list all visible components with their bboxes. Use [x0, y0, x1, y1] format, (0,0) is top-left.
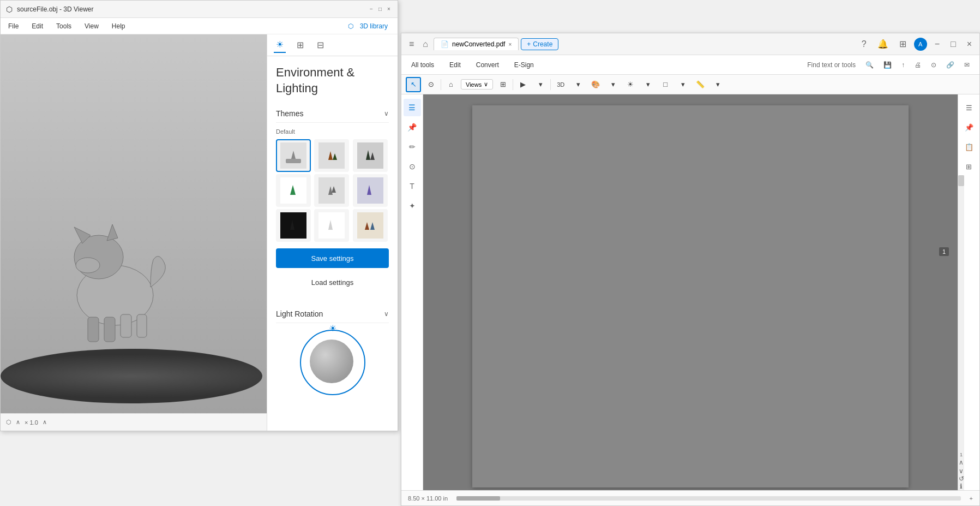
right-panel-icon-4[interactable]: ⊞ — [960, 158, 978, 175]
menu-tools[interactable]: Tools — [54, 21, 74, 31]
all-tools-menu[interactable]: All tools — [408, 59, 437, 70]
model-tree[interactable]: □ — [658, 77, 673, 92]
canvas-area[interactable]: ⬡ ∧ × 1.0 ∧ — [1, 34, 267, 431]
scroll-thumb[interactable] — [958, 175, 964, 186]
tab-table[interactable]: ⊟ — [315, 38, 326, 52]
theme-item-9[interactable] — [353, 209, 388, 242]
model-more[interactable]: ▾ — [675, 77, 690, 92]
tab-environment[interactable]: ☀ — [274, 37, 286, 53]
rotation-dial[interactable]: ☀ — [276, 330, 389, 395]
theme-item-3[interactable] — [353, 139, 388, 172]
theme-item-8[interactable] — [314, 209, 349, 242]
pdf-tab[interactable]: 📄 newConverted.pdf × — [434, 38, 519, 50]
right-panel-icon-3[interactable]: 📋 — [960, 138, 978, 156]
horizontal-scrollbar[interactable] — [456, 496, 960, 501]
side-panel-icon-1[interactable]: ☰ — [404, 99, 421, 116]
save-cloud-icon[interactable]: 💾 — [880, 59, 895, 70]
side-panel-icon-5[interactable]: T — [404, 177, 421, 195]
save-settings-button[interactable]: Save settings — [276, 248, 389, 268]
theme-item-6[interactable] — [353, 174, 388, 207]
light-tool[interactable]: ☀ — [623, 77, 638, 92]
svg-rect-8 — [137, 314, 147, 337]
refresh-icon[interactable]: ↺ — [958, 475, 964, 483]
light-rotation-header[interactable]: Light Rotation ∨ — [276, 305, 389, 323]
expand-icon[interactable]: ∧ — [16, 419, 20, 426]
convert-menu[interactable]: Convert — [473, 59, 502, 70]
themes-section-header[interactable]: Themes ∨ — [276, 105, 389, 123]
esign-menu[interactable]: E-Sign — [511, 59, 537, 70]
default-label: Default — [276, 128, 389, 135]
light-rotation-title: Light Rotation — [276, 309, 323, 318]
email-icon[interactable]: ✉ — [961, 59, 973, 70]
panel-content: Environment &Lighting Themes ∨ Default — [267, 56, 398, 431]
h-scroll-thumb[interactable] — [456, 496, 500, 501]
zoom-expand[interactable]: ∧ — [43, 419, 47, 426]
theme-item-1[interactable] — [276, 139, 311, 172]
menu-hamburger[interactable]: ≡ — [406, 37, 417, 51]
scroll-up[interactable]: ∧ — [958, 459, 964, 466]
side-panel-icon-3[interactable]: ✏ — [404, 138, 421, 156]
pdf-canvas-area[interactable]: 1 — [423, 94, 958, 490]
pdf-apps-icon[interactable]: ⊞ — [896, 38, 910, 50]
enhance-icon[interactable]: ⊙ — [928, 59, 940, 70]
title-bar: ⬡ sourceFile.obj - 3D Viewer − □ × — [1, 1, 398, 18]
zoom-in-icon[interactable]: + — [970, 495, 973, 502]
pdf-bell-icon[interactable]: 🔔 — [874, 38, 892, 50]
vertical-scrollbar[interactable]: 1 ∧ ∨ ↺ ℹ — [958, 175, 964, 490]
side-panel-icon-4[interactable]: ⊙ — [404, 158, 421, 175]
library-link[interactable]: ⬡ 3D library — [344, 20, 392, 32]
render-tool[interactable]: 🎨 — [588, 77, 603, 92]
3d-more[interactable]: ▾ — [570, 77, 586, 92]
play-more[interactable]: ▾ — [533, 77, 548, 92]
menu-file[interactable]: File — [6, 21, 21, 31]
home-icon[interactable]: ⌂ — [419, 37, 431, 51]
play-tool[interactable]: ▶ — [515, 77, 531, 92]
pdf-account-icon[interactable]: A — [914, 38, 927, 51]
pdf-minimize-button[interactable]: − — [931, 38, 943, 50]
pdf-title-bar: ≡ ⌂ 📄 newConverted.pdf × + Create ? 🔔 ⊞ … — [401, 33, 979, 55]
pdf-close-button[interactable]: × — [964, 38, 975, 50]
create-button[interactable]: + Create — [521, 38, 558, 50]
theme-item-5[interactable] — [314, 174, 349, 207]
find-icon[interactable]: 🔍 — [862, 59, 877, 70]
edit-menu[interactable]: Edit — [446, 59, 464, 70]
menu-view[interactable]: View — [82, 21, 101, 31]
menu-edit[interactable]: Edit — [29, 21, 45, 31]
menu-help[interactable]: Help — [110, 21, 128, 31]
pdf-main: ☰ 📌 ✏ ⊙ T ✦ — [401, 94, 979, 490]
load-settings-button[interactable]: Load settings — [276, 272, 389, 292]
tab-grid[interactable]: ⊞ — [294, 38, 306, 52]
side-panel-icon-6[interactable]: ✦ — [404, 197, 421, 215]
home-tool[interactable]: ⌂ — [443, 77, 459, 92]
theme-item-2[interactable] — [314, 139, 349, 172]
svg-rect-5 — [88, 317, 99, 342]
link-icon[interactable]: 🔗 — [943, 59, 958, 70]
light-more[interactable]: ▾ — [640, 77, 656, 92]
right-panel-icon-1[interactable]: ☰ — [960, 99, 978, 116]
close-button[interactable]: × — [386, 6, 392, 13]
maximize-button[interactable]: □ — [377, 6, 383, 13]
views-dropdown[interactable]: Views ∨ — [461, 79, 493, 90]
lasso-tool[interactable]: ⊙ — [423, 77, 438, 92]
3d-icon[interactable]: 3D — [553, 77, 568, 92]
right-panel-icon-2[interactable]: 📌 — [960, 118, 978, 136]
pdf-tab-close[interactable]: × — [508, 41, 512, 47]
print-icon[interactable]: 🖨 — [911, 59, 924, 70]
side-panel-icon-2[interactable]: 📌 — [404, 118, 421, 136]
minimize-button[interactable]: − — [368, 6, 375, 13]
pdf-tab-title: newConverted.pdf — [452, 40, 505, 48]
pdf-maximize-button[interactable]: □ — [947, 38, 959, 50]
upload-icon[interactable]: ↑ — [898, 59, 908, 70]
rotate-tool[interactable]: ⊞ — [495, 77, 510, 92]
measure-more[interactable]: ▾ — [710, 77, 725, 92]
render-more[interactable]: ▾ — [605, 77, 621, 92]
theme-item-7[interactable] — [276, 209, 311, 242]
viewer-body: ⬡ ∧ × 1.0 ∧ ☀ ⊞ ⊟ Environment &Lighting … — [1, 34, 398, 431]
measure-tool[interactable]: 📏 — [693, 77, 708, 92]
themes-title: Themes — [276, 109, 304, 118]
select-tool[interactable]: ↖ — [406, 77, 421, 92]
info-icon[interactable]: ℹ — [958, 483, 964, 490]
pdf-help-icon[interactable]: ? — [858, 38, 870, 50]
scroll-down[interactable]: ∨ — [958, 467, 964, 475]
theme-item-4[interactable] — [276, 174, 311, 207]
